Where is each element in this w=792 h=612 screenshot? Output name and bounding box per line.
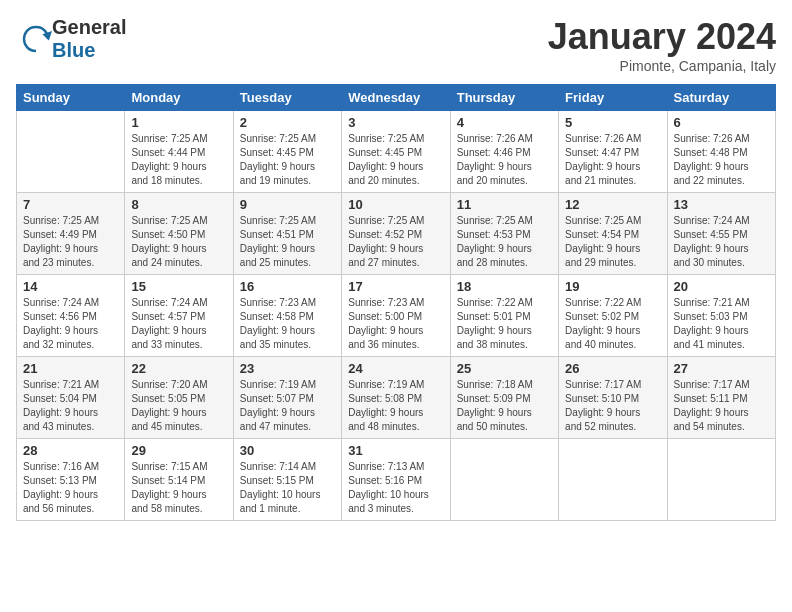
day-info: Sunrise: 7:25 AM Sunset: 4:54 PM Dayligh…: [565, 214, 660, 270]
day-number: 31: [348, 443, 443, 458]
calendar-cell: 20Sunrise: 7:21 AM Sunset: 5:03 PM Dayli…: [667, 275, 775, 357]
calendar-cell: 30Sunrise: 7:14 AM Sunset: 5:15 PM Dayli…: [233, 439, 341, 521]
day-number: 28: [23, 443, 118, 458]
day-number: 17: [348, 279, 443, 294]
day-number: 18: [457, 279, 552, 294]
day-number: 30: [240, 443, 335, 458]
calendar-cell: 16Sunrise: 7:23 AM Sunset: 4:58 PM Dayli…: [233, 275, 341, 357]
calendar-cell: 22Sunrise: 7:20 AM Sunset: 5:05 PM Dayli…: [125, 357, 233, 439]
calendar-cell: 2Sunrise: 7:25 AM Sunset: 4:45 PM Daylig…: [233, 111, 341, 193]
calendar-cell: [559, 439, 667, 521]
calendar-cell: 31Sunrise: 7:13 AM Sunset: 5:16 PM Dayli…: [342, 439, 450, 521]
calendar-cell: [450, 439, 558, 521]
calendar-cell: 4Sunrise: 7:26 AM Sunset: 4:46 PM Daylig…: [450, 111, 558, 193]
day-number: 25: [457, 361, 552, 376]
title-area: January 2024 Pimonte, Campania, Italy: [548, 16, 776, 74]
calendar-cell: 23Sunrise: 7:19 AM Sunset: 5:07 PM Dayli…: [233, 357, 341, 439]
week-row-5: 28Sunrise: 7:16 AM Sunset: 5:13 PM Dayli…: [17, 439, 776, 521]
day-info: Sunrise: 7:18 AM Sunset: 5:09 PM Dayligh…: [457, 378, 552, 434]
day-number: 10: [348, 197, 443, 212]
day-number: 1: [131, 115, 226, 130]
day-number: 22: [131, 361, 226, 376]
day-info: Sunrise: 7:25 AM Sunset: 4:45 PM Dayligh…: [240, 132, 335, 188]
location: Pimonte, Campania, Italy: [548, 58, 776, 74]
day-number: 11: [457, 197, 552, 212]
col-header-saturday: Saturday: [667, 85, 775, 111]
month-title: January 2024: [548, 16, 776, 58]
calendar-cell: 19Sunrise: 7:22 AM Sunset: 5:02 PM Dayli…: [559, 275, 667, 357]
col-header-thursday: Thursday: [450, 85, 558, 111]
day-number: 23: [240, 361, 335, 376]
day-number: 9: [240, 197, 335, 212]
day-info: Sunrise: 7:17 AM Sunset: 5:10 PM Dayligh…: [565, 378, 660, 434]
day-info: Sunrise: 7:25 AM Sunset: 4:53 PM Dayligh…: [457, 214, 552, 270]
calendar-cell: 26Sunrise: 7:17 AM Sunset: 5:10 PM Dayli…: [559, 357, 667, 439]
day-number: 29: [131, 443, 226, 458]
day-info: Sunrise: 7:26 AM Sunset: 4:46 PM Dayligh…: [457, 132, 552, 188]
col-header-monday: Monday: [125, 85, 233, 111]
day-info: Sunrise: 7:26 AM Sunset: 4:47 PM Dayligh…: [565, 132, 660, 188]
calendar-cell: 21Sunrise: 7:21 AM Sunset: 5:04 PM Dayli…: [17, 357, 125, 439]
logo-icon: [20, 23, 52, 55]
week-row-4: 21Sunrise: 7:21 AM Sunset: 5:04 PM Dayli…: [17, 357, 776, 439]
day-info: Sunrise: 7:20 AM Sunset: 5:05 PM Dayligh…: [131, 378, 226, 434]
day-info: Sunrise: 7:19 AM Sunset: 5:07 PM Dayligh…: [240, 378, 335, 434]
day-info: Sunrise: 7:25 AM Sunset: 4:51 PM Dayligh…: [240, 214, 335, 270]
day-number: 24: [348, 361, 443, 376]
day-number: 5: [565, 115, 660, 130]
day-number: 16: [240, 279, 335, 294]
day-info: Sunrise: 7:25 AM Sunset: 4:49 PM Dayligh…: [23, 214, 118, 270]
day-info: Sunrise: 7:26 AM Sunset: 4:48 PM Dayligh…: [674, 132, 769, 188]
col-header-wednesday: Wednesday: [342, 85, 450, 111]
calendar-cell: 1Sunrise: 7:25 AM Sunset: 4:44 PM Daylig…: [125, 111, 233, 193]
day-number: 2: [240, 115, 335, 130]
logo-blue: Blue: [52, 39, 95, 61]
calendar-cell: 24Sunrise: 7:19 AM Sunset: 5:08 PM Dayli…: [342, 357, 450, 439]
day-number: 20: [674, 279, 769, 294]
day-number: 8: [131, 197, 226, 212]
calendar-cell: 17Sunrise: 7:23 AM Sunset: 5:00 PM Dayli…: [342, 275, 450, 357]
day-info: Sunrise: 7:25 AM Sunset: 4:45 PM Dayligh…: [348, 132, 443, 188]
day-number: 4: [457, 115, 552, 130]
calendar-table: SundayMondayTuesdayWednesdayThursdayFrid…: [16, 84, 776, 521]
day-info: Sunrise: 7:23 AM Sunset: 4:58 PM Dayligh…: [240, 296, 335, 352]
day-info: Sunrise: 7:14 AM Sunset: 5:15 PM Dayligh…: [240, 460, 335, 516]
calendar-cell: 15Sunrise: 7:24 AM Sunset: 4:57 PM Dayli…: [125, 275, 233, 357]
calendar-cell: 6Sunrise: 7:26 AM Sunset: 4:48 PM Daylig…: [667, 111, 775, 193]
calendar-cell: 25Sunrise: 7:18 AM Sunset: 5:09 PM Dayli…: [450, 357, 558, 439]
day-info: Sunrise: 7:17 AM Sunset: 5:11 PM Dayligh…: [674, 378, 769, 434]
week-row-2: 7Sunrise: 7:25 AM Sunset: 4:49 PM Daylig…: [17, 193, 776, 275]
calendar-cell: 28Sunrise: 7:16 AM Sunset: 5:13 PM Dayli…: [17, 439, 125, 521]
day-info: Sunrise: 7:15 AM Sunset: 5:14 PM Dayligh…: [131, 460, 226, 516]
day-number: 21: [23, 361, 118, 376]
logo-general: General: [52, 16, 126, 38]
day-info: Sunrise: 7:25 AM Sunset: 4:50 PM Dayligh…: [131, 214, 226, 270]
logo-text: General Blue: [52, 16, 126, 62]
calendar-cell: 27Sunrise: 7:17 AM Sunset: 5:11 PM Dayli…: [667, 357, 775, 439]
calendar-cell: 8Sunrise: 7:25 AM Sunset: 4:50 PM Daylig…: [125, 193, 233, 275]
day-info: Sunrise: 7:19 AM Sunset: 5:08 PM Dayligh…: [348, 378, 443, 434]
calendar-cell: 29Sunrise: 7:15 AM Sunset: 5:14 PM Dayli…: [125, 439, 233, 521]
calendar-cell: 7Sunrise: 7:25 AM Sunset: 4:49 PM Daylig…: [17, 193, 125, 275]
col-header-tuesday: Tuesday: [233, 85, 341, 111]
day-info: Sunrise: 7:16 AM Sunset: 5:13 PM Dayligh…: [23, 460, 118, 516]
calendar-cell: 14Sunrise: 7:24 AM Sunset: 4:56 PM Dayli…: [17, 275, 125, 357]
calendar-cell: 5Sunrise: 7:26 AM Sunset: 4:47 PM Daylig…: [559, 111, 667, 193]
calendar-cell: 10Sunrise: 7:25 AM Sunset: 4:52 PM Dayli…: [342, 193, 450, 275]
day-number: 15: [131, 279, 226, 294]
day-number: 13: [674, 197, 769, 212]
day-info: Sunrise: 7:22 AM Sunset: 5:01 PM Dayligh…: [457, 296, 552, 352]
calendar-cell: [667, 439, 775, 521]
day-info: Sunrise: 7:24 AM Sunset: 4:56 PM Dayligh…: [23, 296, 118, 352]
calendar-cell: [17, 111, 125, 193]
day-info: Sunrise: 7:24 AM Sunset: 4:57 PM Dayligh…: [131, 296, 226, 352]
col-header-friday: Friday: [559, 85, 667, 111]
day-info: Sunrise: 7:25 AM Sunset: 4:52 PM Dayligh…: [348, 214, 443, 270]
day-number: 6: [674, 115, 769, 130]
day-info: Sunrise: 7:21 AM Sunset: 5:03 PM Dayligh…: [674, 296, 769, 352]
calendar-cell: 11Sunrise: 7:25 AM Sunset: 4:53 PM Dayli…: [450, 193, 558, 275]
day-info: Sunrise: 7:23 AM Sunset: 5:00 PM Dayligh…: [348, 296, 443, 352]
day-number: 27: [674, 361, 769, 376]
calendar-cell: 12Sunrise: 7:25 AM Sunset: 4:54 PM Dayli…: [559, 193, 667, 275]
day-info: Sunrise: 7:22 AM Sunset: 5:02 PM Dayligh…: [565, 296, 660, 352]
